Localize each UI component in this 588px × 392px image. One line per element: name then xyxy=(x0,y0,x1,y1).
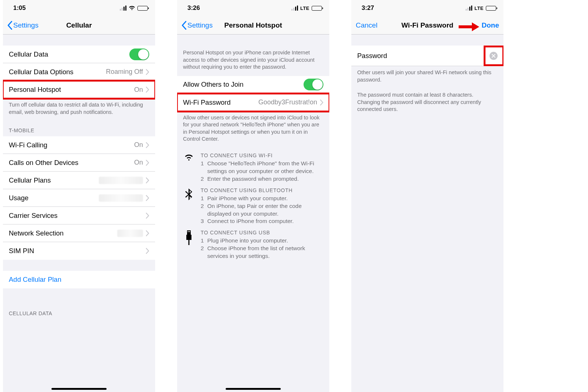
allow-others-footer: Allow other users or devices not signed … xyxy=(177,111,329,148)
row-calls-other-devices[interactable]: Calls on Other Devices On xyxy=(3,154,155,172)
screen-personal-hotspot: 3:26 LTE Settings Personal Hotspot Perso… xyxy=(177,0,329,392)
footer-cellular-note: Turn off cellular data to restrict all d… xyxy=(3,98,155,121)
home-indicator[interactable] xyxy=(51,388,107,390)
row-label: Carrier Services xyxy=(9,212,58,220)
row-network-selection[interactable]: Network Selection xyxy=(3,224,155,242)
nav-bar: Settings Personal Hotspot xyxy=(177,16,329,35)
back-label: Settings xyxy=(187,21,213,29)
row-carrier-services[interactable]: Carrier Services xyxy=(3,207,155,224)
chevron-left-icon xyxy=(7,21,12,30)
instr-title: TO CONNECT USING BLUETOOTH xyxy=(201,187,323,193)
instr-title: TO CONNECT USING WI-FI xyxy=(201,152,323,158)
annotation-arrow xyxy=(459,21,481,32)
clear-input-button[interactable] xyxy=(490,52,498,60)
instructions-bluetooth: TO CONNECT USING BLUETOOTH 1Pair iPhone … xyxy=(177,183,329,226)
row-personal-hotspot[interactable]: Personal Hotspot On xyxy=(3,81,155,98)
row-password[interactable]: Password xyxy=(351,46,503,66)
instr-step: Choose iPhone from the list of network s… xyxy=(207,245,323,260)
row-usage[interactable]: Usage xyxy=(3,189,155,207)
instr-step: Plug iPhone into your computer. xyxy=(207,237,288,245)
signal-icon xyxy=(291,6,298,11)
instr-step: On iPhone, tap Pair or enter the code di… xyxy=(207,202,323,218)
svg-rect-1 xyxy=(188,231,189,232)
back-button[interactable]: Settings xyxy=(7,21,39,30)
instr-step: Pair iPhone with your computer. xyxy=(207,195,288,202)
row-wifi-password[interactable]: Wi-Fi Password Goodby3Frustrat!on xyxy=(177,94,329,111)
row-wifi-calling[interactable]: Wi-Fi Calling On xyxy=(3,136,155,154)
battery-icon xyxy=(137,6,148,11)
back-button[interactable]: Settings xyxy=(182,21,213,30)
row-add-cellular-plan[interactable]: Add Cellular Plan xyxy=(3,271,155,288)
done-button[interactable]: Done xyxy=(482,21,499,29)
chevron-left-icon xyxy=(182,21,187,30)
row-detail: On xyxy=(134,86,143,94)
instr-step: Choose "HelloTech iPhone" from the Wi-Fi… xyxy=(207,160,323,175)
screen-wifi-password: 3:27 LTE Cancel Wi-Fi Password Done Pass… xyxy=(351,0,503,392)
redacted-value xyxy=(117,230,143,237)
chevron-right-icon xyxy=(146,87,149,93)
instructions-usb: TO CONNECT USING USB 1Plug iPhone into y… xyxy=(177,225,329,260)
screen-cellular: 1:05 Settings Cellular Cellular Data Cel… xyxy=(3,0,155,392)
status-time: 3:27 xyxy=(362,4,374,12)
toggle-cellular-data[interactable] xyxy=(129,48,149,60)
row-detail: Roaming Off xyxy=(106,68,143,76)
password-footer-1: Other users will join your shared Wi-Fi … xyxy=(351,66,503,89)
wifi-icon xyxy=(129,6,135,11)
chevron-right-icon xyxy=(146,142,149,148)
row-label: Cellular Data Options xyxy=(9,68,74,76)
row-cellular-data-options[interactable]: Cellular Data Options Roaming Off xyxy=(3,63,155,81)
row-label: Wi-Fi Calling xyxy=(9,141,47,149)
status-bar: 3:26 LTE xyxy=(177,0,329,16)
header-cellular-data: CELLULAR DATA xyxy=(3,288,155,319)
status-time: 3:26 xyxy=(187,4,200,12)
chevron-right-icon xyxy=(146,195,149,201)
home-indicator[interactable] xyxy=(226,388,281,390)
status-time: 1:05 xyxy=(13,4,26,12)
network-label: LTE xyxy=(474,6,484,11)
row-cellular-plans[interactable]: Cellular Plans xyxy=(3,172,155,189)
battery-icon xyxy=(312,6,322,11)
instr-step: Connect to iPhone from computer. xyxy=(207,217,294,225)
row-label: Personal Hotspot xyxy=(9,86,61,94)
row-label: Wi-Fi Password xyxy=(183,98,231,107)
redacted-value xyxy=(99,194,143,202)
cancel-button[interactable]: Cancel xyxy=(356,21,377,29)
row-detail: On xyxy=(134,141,143,149)
toggle-allow-others[interactable] xyxy=(304,79,323,90)
back-label: Settings xyxy=(13,21,39,29)
bluetooth-icon xyxy=(183,187,195,226)
svg-rect-0 xyxy=(187,230,191,235)
row-sim-pin[interactable]: SIM PIN xyxy=(3,242,155,260)
hotspot-intro: Personal Hotspot on your iPhone can prov… xyxy=(177,35,329,76)
status-bar: 1:05 xyxy=(3,0,155,16)
signal-icon xyxy=(120,6,126,11)
status-right xyxy=(120,6,148,11)
status-bar: 3:27 LTE xyxy=(351,0,503,16)
row-label: SIM PIN xyxy=(9,247,34,255)
password-footer-2: The password must contain at least 8 cha… xyxy=(351,89,503,118)
row-allow-others[interactable]: Allow Others to Join xyxy=(177,76,329,94)
header-tmobile: T-MOBILE xyxy=(3,121,155,136)
network-label: LTE xyxy=(300,6,309,11)
row-label: Usage xyxy=(9,194,28,202)
row-label: Calls on Other Devices xyxy=(9,159,78,167)
chevron-right-icon xyxy=(146,230,149,236)
signal-icon xyxy=(466,6,472,11)
row-label: Allow Others to Join xyxy=(183,80,244,89)
chevron-right-icon xyxy=(146,213,149,219)
usb-icon xyxy=(183,230,195,260)
status-right: LTE xyxy=(291,6,322,11)
row-label: Network Selection xyxy=(9,229,64,237)
row-cellular-data[interactable]: Cellular Data xyxy=(3,46,155,63)
instr-title: TO CONNECT USING USB xyxy=(201,230,323,235)
chevron-right-icon xyxy=(146,248,149,254)
nav-bar: Settings Cellular xyxy=(3,16,155,35)
chevron-right-icon xyxy=(146,69,149,75)
battery-icon xyxy=(486,6,496,11)
svg-rect-3 xyxy=(186,235,191,240)
svg-rect-2 xyxy=(189,231,190,232)
svg-rect-4 xyxy=(189,240,190,245)
chevron-right-icon xyxy=(320,100,323,105)
row-label: Cellular Data xyxy=(9,50,48,58)
row-detail: On xyxy=(134,159,143,166)
